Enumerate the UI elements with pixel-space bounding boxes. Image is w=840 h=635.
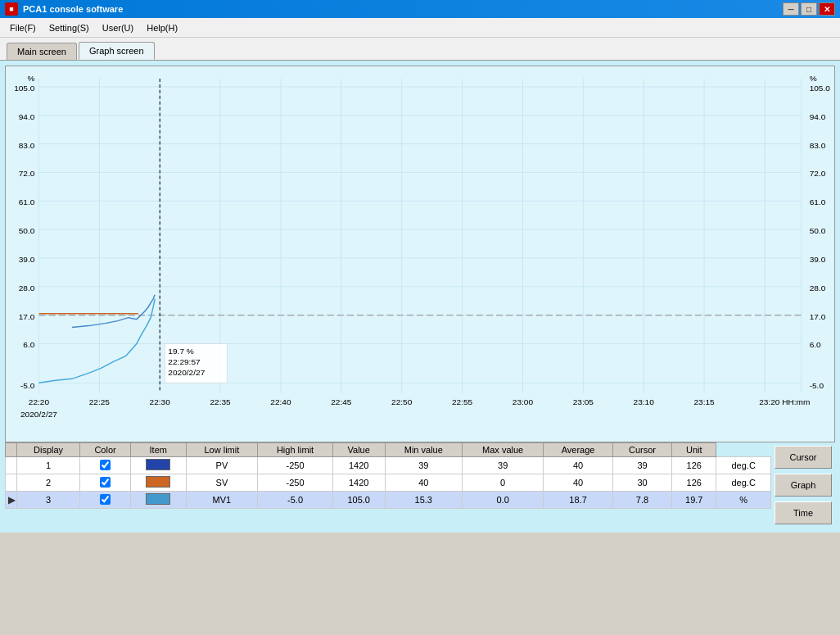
row-cursor: 19.7 [672, 492, 716, 509]
color-swatch [146, 459, 170, 470]
col-header-color: Color [80, 443, 131, 457]
row-unit: deg.C [716, 457, 771, 474]
row-num: 2 [17, 474, 80, 492]
svg-text:22:45: 22:45 [331, 397, 352, 406]
col-header-high: High limit [258, 443, 333, 457]
svg-text:-5.0: -5.0 [810, 381, 824, 390]
menu-user[interactable]: User(U) [96, 21, 141, 34]
row-value: 39 [385, 457, 462, 474]
row-cursor: 126 [672, 474, 716, 492]
row-display-checkbox[interactable] [80, 492, 131, 509]
window-controls: ─ □ ✕ [783, 2, 835, 16]
title-bar: ■ PCA1 console software ─ □ ✕ [0, 0, 840, 18]
svg-text:23:00: 23:00 [513, 397, 534, 406]
svg-text:61.0: 61.0 [19, 197, 35, 206]
svg-text:83.0: 83.0 [810, 141, 826, 150]
color-swatch [146, 476, 170, 488]
row-low-limit: -5.0 [258, 492, 333, 509]
tab-main-screen[interactable]: Main screen [7, 43, 77, 60]
svg-text:39.0: 39.0 [810, 255, 826, 264]
col-header-unit: Unit [672, 443, 716, 457]
svg-text:22:29:57: 22:29:57 [168, 357, 201, 366]
svg-text:22:55: 22:55 [452, 397, 473, 406]
row-unit: % [716, 492, 771, 509]
col-header-item: Item [130, 443, 186, 457]
svg-rect-0 [6, 66, 834, 442]
row-indicator: ▶ [6, 492, 17, 509]
right-panel: Cursor Graph Time [771, 442, 835, 528]
row-max-value: 18.7 [544, 492, 613, 509]
data-table: Display Color Item Low limit High limit … [5, 442, 771, 509]
row-num: 1 [17, 457, 80, 474]
svg-text:%: % [27, 74, 34, 83]
col-header-rownum [6, 443, 17, 457]
svg-text:22:20: 22:20 [29, 397, 50, 406]
display-checkbox[interactable] [100, 477, 111, 488]
table-row[interactable]: ▶3MV1-5.0105.015.30.018.77.819.7% [6, 492, 771, 509]
col-header-display: Display [17, 443, 80, 457]
row-display-checkbox[interactable] [80, 474, 131, 492]
row-low-limit: -250 [258, 457, 333, 474]
row-item: MV1 [186, 492, 258, 509]
row-high-limit: 105.0 [332, 492, 385, 509]
svg-text:6.0: 6.0 [23, 341, 34, 350]
row-high-limit: 1420 [332, 457, 385, 474]
row-min-value: 0.0 [463, 492, 544, 509]
svg-text:23:20 HH:mm: 23:20 HH:mm [759, 397, 810, 406]
display-checkbox[interactable] [100, 460, 111, 470]
row-low-limit: -250 [258, 474, 333, 492]
svg-text:2020/2/27: 2020/2/27 [168, 368, 205, 377]
svg-text:19.7 %: 19.7 % [168, 347, 194, 356]
svg-text:28.0: 28.0 [19, 283, 35, 293]
chart-svg: % 105.0 94.0 83.0 72.0 61.0 50.0 39.0 28… [6, 66, 834, 442]
svg-text:83.0: 83.0 [19, 141, 35, 150]
svg-text:23:05: 23:05 [573, 397, 594, 406]
svg-text:22:50: 22:50 [391, 397, 413, 406]
menu-file[interactable]: File(F) [3, 21, 43, 34]
main-content: % 105.0 94.0 83.0 72.0 61.0 50.0 39.0 28… [0, 61, 840, 533]
svg-text:72.0: 72.0 [810, 169, 826, 178]
menu-help[interactable]: Help(H) [140, 21, 184, 34]
display-checkbox[interactable] [100, 494, 111, 505]
menu-setting[interactable]: Setting(S) [43, 21, 96, 34]
svg-text:50.0: 50.0 [19, 226, 35, 235]
graph-button[interactable]: Graph [775, 474, 832, 497]
svg-text:22:35: 22:35 [210, 397, 231, 406]
row-max-value: 40 [544, 474, 613, 492]
svg-text:22:40: 22:40 [270, 397, 291, 406]
svg-text:28.0: 28.0 [810, 283, 826, 293]
svg-text:39.0: 39.0 [19, 255, 35, 264]
row-color [130, 474, 186, 492]
col-header-value: Value [332, 443, 385, 457]
maximize-button[interactable]: □ [801, 2, 817, 16]
svg-text:2020/2/27: 2020/2/27 [20, 410, 57, 419]
row-average: 30 [612, 474, 671, 492]
row-item: PV [186, 457, 258, 474]
col-header-low: Low limit [186, 443, 258, 457]
svg-text:17.0: 17.0 [19, 312, 35, 321]
svg-text:%: % [810, 74, 817, 83]
svg-text:94.0: 94.0 [810, 112, 826, 121]
row-num: 3 [17, 492, 80, 509]
tab-graph-screen[interactable]: Graph screen [79, 42, 155, 60]
row-min-value: 39 [463, 457, 544, 474]
minimize-button[interactable]: ─ [783, 2, 799, 16]
col-header-max: Max value [463, 443, 544, 457]
row-value: 40 [385, 474, 462, 492]
chart-area[interactable]: % 105.0 94.0 83.0 72.0 61.0 50.0 39.0 28… [5, 66, 835, 442]
table-row[interactable]: 1PV-250142039394039126deg.C [6, 457, 771, 474]
table-container: Display Color Item Low limit High limit … [5, 442, 771, 528]
tab-bar: Main screen Graph screen [0, 38, 840, 61]
col-header-min: Min value [385, 443, 462, 457]
time-button[interactable]: Time [775, 501, 832, 524]
row-display-checkbox[interactable] [80, 457, 131, 474]
svg-text:22:25: 22:25 [89, 397, 111, 406]
table-row[interactable]: 2SV-25014204004030126deg.C [6, 474, 771, 492]
row-min-value: 0 [463, 474, 544, 492]
cursor-button[interactable]: Cursor [775, 446, 832, 469]
close-button[interactable]: ✕ [819, 2, 835, 16]
svg-text:22:30: 22:30 [150, 397, 171, 406]
svg-text:61.0: 61.0 [810, 197, 826, 206]
svg-text:105.0: 105.0 [14, 84, 35, 93]
menu-bar: File(F) Setting(S) User(U) Help(H) [0, 18, 840, 38]
